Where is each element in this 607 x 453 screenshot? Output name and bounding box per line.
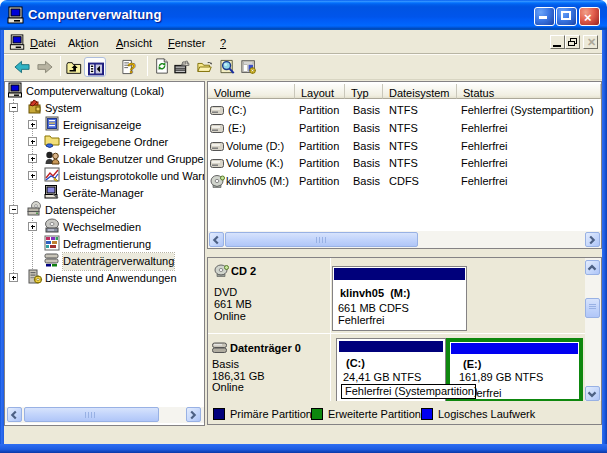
svg-text:?: ? [128,60,137,75]
